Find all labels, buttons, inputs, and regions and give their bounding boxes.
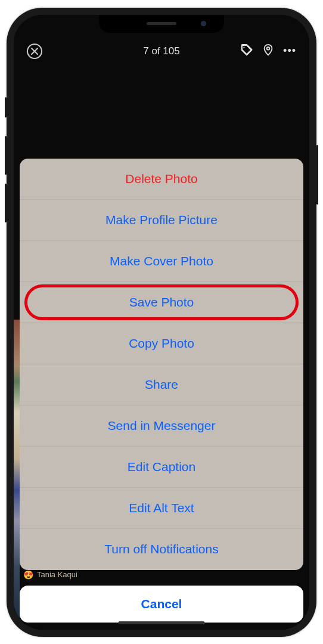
- svg-point-0: [243, 47, 244, 48]
- sheet-item-delete-photo[interactable]: Delete Photo: [20, 159, 303, 200]
- photo-content-area[interactable]: Delete PhotoMake Profile PictureMake Cov…: [14, 65, 309, 630]
- app-screen: 7 of 105 ••• Delete PhotoMake Profile Pi…: [14, 15, 309, 630]
- sheet-item-save-photo[interactable]: Save Photo: [20, 282, 303, 323]
- front-camera: [201, 21, 206, 26]
- sheet-item-share[interactable]: Share: [20, 364, 303, 405]
- volume-down-button: [5, 184, 7, 222]
- sheet-item-label: Make Profile Picture: [105, 213, 218, 227]
- svg-point-1: [267, 47, 270, 49]
- sheet-item-label: Turn off Notifications: [104, 542, 218, 556]
- like-emoji-icon: 😍: [23, 570, 33, 580]
- photo-counter: 7 of 105: [143, 45, 179, 57]
- close-icon: [31, 48, 38, 55]
- sheet-item-turn-off-notifications[interactable]: Turn off Notifications: [20, 529, 303, 570]
- sheet-item-label: Send in Messenger: [108, 419, 216, 433]
- sheet-item-send-in-messenger[interactable]: Send in Messenger: [20, 405, 303, 447]
- sheet-item-label: Edit Alt Text: [129, 501, 194, 515]
- sheet-item-copy-photo[interactable]: Copy Photo: [20, 323, 303, 364]
- location-icon[interactable]: [262, 44, 275, 59]
- cancel-label: Cancel: [141, 597, 182, 611]
- like-name: Tania Kaqui: [37, 570, 77, 579]
- sheet-item-label: Delete Photo: [125, 172, 197, 186]
- sheet-item-label: Share: [145, 377, 178, 392]
- sheet-item-edit-caption[interactable]: Edit Caption: [20, 447, 303, 488]
- phone-screen: 7 of 105 ••• Delete PhotoMake Profile Pi…: [14, 15, 309, 630]
- sheet-item-make-cover-photo[interactable]: Make Cover Photo: [20, 241, 303, 282]
- action-sheet-overlay: Delete PhotoMake Profile PictureMake Cov…: [14, 153, 309, 630]
- sheet-item-label: Edit Caption: [128, 460, 195, 474]
- phone-frame: 7 of 105 ••• Delete PhotoMake Profile Pi…: [7, 8, 316, 637]
- sheet-item-label: Make Cover Photo: [110, 254, 213, 268]
- close-button[interactable]: [27, 44, 42, 59]
- mute-switch: [5, 97, 7, 117]
- home-indicator[interactable]: [119, 621, 205, 624]
- header-actions: •••: [240, 44, 296, 59]
- tag-icon[interactable]: [240, 44, 253, 59]
- notch: [99, 15, 224, 33]
- sheet-item-label: Copy Photo: [129, 336, 194, 351]
- cancel-button[interactable]: Cancel: [20, 586, 303, 623]
- power-button: [316, 145, 318, 205]
- like-row: 😍 Tania Kaqui: [20, 570, 303, 580]
- speaker: [147, 22, 176, 25]
- sheet-item-make-profile-picture[interactable]: Make Profile Picture: [20, 200, 303, 241]
- action-sheet: Delete PhotoMake Profile PictureMake Cov…: [20, 159, 303, 570]
- more-options-icon[interactable]: •••: [283, 45, 296, 57]
- sheet-item-edit-alt-text[interactable]: Edit Alt Text: [20, 488, 303, 529]
- volume-up-button: [5, 136, 7, 175]
- sheet-item-label: Save Photo: [129, 295, 194, 309]
